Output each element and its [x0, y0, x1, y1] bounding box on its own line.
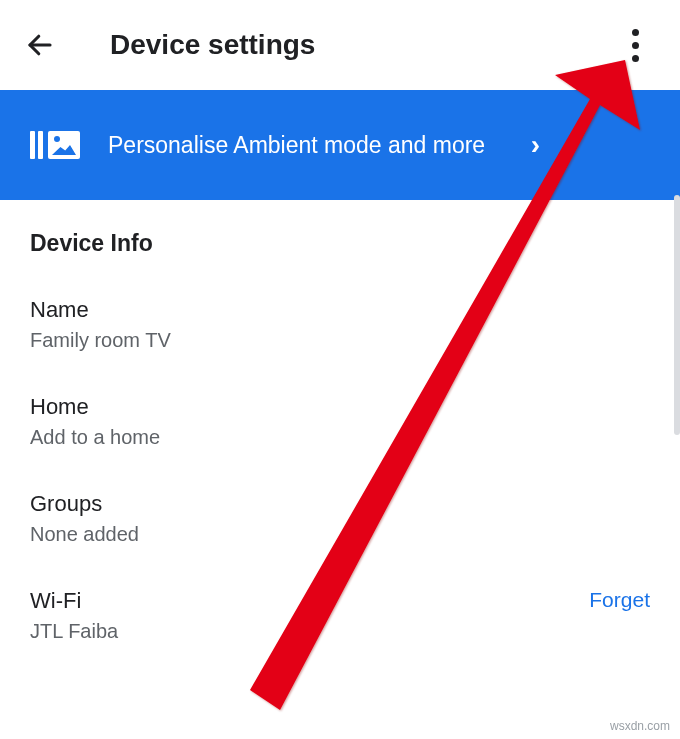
watermark: wsxdn.com: [610, 719, 670, 733]
chevron-right-icon: ›: [531, 129, 540, 161]
setting-wifi[interactable]: Wi-Fi JTL Faiba Forget: [30, 588, 650, 643]
content-area: Device Info Name Family room TV Home Add…: [0, 200, 680, 643]
setting-name[interactable]: Name Family room TV: [30, 297, 650, 352]
setting-label: Name: [30, 297, 171, 323]
ambient-icon: [30, 131, 80, 159]
more-menu-icon: [632, 29, 639, 36]
back-button[interactable]: [20, 25, 60, 65]
setting-label: Groups: [30, 491, 139, 517]
setting-value: Family room TV: [30, 329, 171, 352]
more-menu-icon: [632, 55, 639, 62]
scrollbar[interactable]: [674, 195, 680, 435]
page-title: Device settings: [110, 29, 315, 61]
banner-text: Personalise Ambient mode and more: [108, 132, 531, 159]
wifi-forget-button[interactable]: Forget: [589, 588, 650, 612]
back-arrow-icon: [25, 30, 55, 60]
setting-groups[interactable]: Groups None added: [30, 491, 650, 546]
section-title: Device Info: [30, 230, 650, 257]
setting-home[interactable]: Home Add to a home: [30, 394, 650, 449]
ambient-mode-banner[interactable]: Personalise Ambient mode and more ›: [0, 90, 680, 200]
setting-label: Home: [30, 394, 160, 420]
more-menu-button[interactable]: [620, 25, 660, 65]
app-header: Device settings: [0, 0, 680, 90]
more-menu-icon: [632, 42, 639, 49]
setting-value: JTL Faiba: [30, 620, 118, 643]
setting-value: Add to a home: [30, 426, 160, 449]
setting-value: None added: [30, 523, 139, 546]
setting-label: Wi-Fi: [30, 588, 118, 614]
